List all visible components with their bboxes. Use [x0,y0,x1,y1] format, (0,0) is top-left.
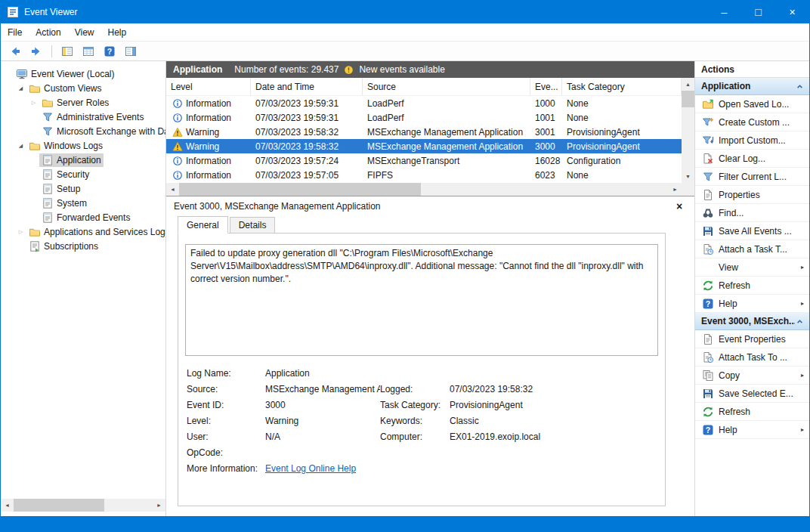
subscriptions-icon [29,240,41,252]
action-item-refresh[interactable]: Refresh [695,403,809,421]
tree-item-windows-logs[interactable]: ◢Windows Logs [1,138,165,153]
event-fields: Log Name:ApplicationSource:MSExchange Ma… [185,368,658,479]
action-item-properties[interactable]: Properties [695,186,809,204]
tree-item-setup[interactable]: Setup [1,181,165,196]
action-item-filter-current-l[interactable]: Filter Current L... [695,168,809,186]
column-header-task-category[interactable]: Task Category [562,78,682,95]
menu-view[interactable]: View [68,23,101,41]
events-vertical-scrollbar[interactable]: ▲ ▼ [682,78,694,183]
forward-button[interactable] [26,43,46,60]
tree-collapsed-chevron-icon[interactable]: ▷ [28,100,39,106]
actions-title: Actions [695,61,809,78]
scroll-up-button[interactable]: ▲ [682,78,694,91]
event-row-3000[interactable]: Warning07/03/2023 19:58:32MSExchange Man… [166,139,682,153]
action-item-open-saved-lo[interactable]: Open Saved Lo... [695,95,809,113]
event-row-6023[interactable]: Information07/03/2023 19:57:05FIPFS6023N… [166,168,682,182]
tree-item-system[interactable]: System [1,196,165,210]
tree-item-microsoft-exchange-with-da[interactable]: Microsoft Exchange with Da [1,124,165,138]
maximize-button[interactable]: □ [741,1,775,23]
action-item-attach-a-task-t[interactable]: Attach a Task T... [695,240,809,258]
action-item-help[interactable]: ?Help▸ [695,421,809,439]
tree-item-security[interactable]: Security [1,167,165,181]
tree-item-forwarded-events[interactable]: Forwarded Events [1,210,165,224]
tree-item-administrative-events[interactable]: Administrative Events [1,110,165,124]
event-row-1001[interactable]: Information07/03/2023 19:59:31LoadPerf10… [166,110,682,125]
tree-item-server-roles[interactable]: ▷Server Roles [1,95,165,110]
action-item-refresh[interactable]: Refresh [695,277,809,295]
action-item-find[interactable]: Find... [695,204,809,222]
action-item-clear-log[interactable]: Clear Log... [695,150,809,168]
close-button[interactable]: × [775,1,809,23]
tab-general[interactable]: General [178,216,228,234]
column-header-eve[interactable]: Eve... [530,78,562,95]
action-item-view[interactable]: View▸ [695,258,809,277]
tree-expanded-chevron-icon[interactable]: ◢ [15,143,26,149]
tree-expanded-chevron-icon[interactable]: ◢ [15,85,26,91]
show-action-pane-button[interactable] [121,43,141,60]
scroll-right-button[interactable]: ► [153,499,165,512]
events-horizontal-scrollbar[interactable]: ◄ ► [166,183,682,196]
scroll-right-button[interactable]: ► [669,183,682,196]
scroll-left-button[interactable]: ◄ [1,499,14,512]
tree-item-label: System [57,198,87,209]
event-row-1000[interactable]: Information07/03/2023 19:59:31LoadPerf10… [166,96,682,110]
export-list-button[interactable] [79,43,98,60]
event-row-3001[interactable]: Warning07/03/2023 19:58:32MSExchange Man… [166,125,682,139]
action-item-save-selected-e[interactable]: Save Selected E... [695,385,809,403]
action-item-import-custom[interactable]: Import Custom... [695,131,809,150]
menu-action[interactable]: Action [29,23,67,41]
action-item-event-properties[interactable]: Event Properties [695,330,809,348]
scroll-thumb[interactable] [14,499,104,512]
action-item-help[interactable]: ?Help▸ [695,295,809,313]
scroll-left-button[interactable]: ◄ [166,183,179,196]
field-task-category-value: ProvisioningAgent [450,400,658,416]
menu-file[interactable]: File [1,23,29,41]
tab-details[interactable]: Details [230,217,276,234]
tree-item-label: Application [57,155,101,165]
tree-collapsed-chevron-icon[interactable]: ▷ [15,229,26,235]
tree-item-application[interactable]: Application [1,153,165,167]
action-group-header-event-3000-msexch[interactable]: Event 3000, MSExch... [695,313,809,330]
log-icon [42,212,54,224]
column-header-date-and-time[interactable]: Date and Time [251,78,363,95]
minimize-button[interactable]: – [707,1,741,23]
event-log-online-help-link[interactable]: Event Log Online Help [265,463,356,474]
scroll-track[interactable] [179,183,669,196]
scroll-thumb[interactable] [682,91,694,107]
chevron-up-icon[interactable] [795,317,805,326]
find-icon [702,207,714,219]
close-icon[interactable]: × [672,200,687,212]
back-button[interactable] [5,43,25,60]
tree-item-custom-views[interactable]: ◢Custom Views [1,81,165,95]
submenu-arrow-icon: ▸ [801,372,804,379]
scroll-track[interactable] [682,91,694,170]
menu-help[interactable]: Help [101,23,134,41]
action-item-create-custom[interactable]: Create Custom ... [695,113,809,131]
tree-item-applications-and-services-logs[interactable]: ▷Applications and Services Logs [1,224,165,239]
scroll-down-button[interactable]: ▼ [682,170,694,183]
event-source: LoadPerf [363,98,530,109]
show-console-tree-button[interactable] [57,43,77,60]
tree-item-subscriptions[interactable]: Subscriptions [1,239,165,253]
scroll-thumb[interactable] [179,183,421,196]
tree-horizontal-scrollbar[interactable]: ◄ ► [1,499,165,512]
field-log-name-label: Log Name: [187,368,265,384]
action-item-attach-task-to[interactable]: Attach Task To ... [695,348,809,367]
scroll-track[interactable] [14,499,153,512]
action-item-save-all-events[interactable]: Save All Events ... [695,222,809,240]
help-button[interactable]: ? [100,43,119,60]
list-title: Application [173,64,222,75]
tree-item-inner: Administrative Events [39,110,146,124]
event-row-16028[interactable]: Information07/03/2023 19:57:24MSExchange… [166,153,682,168]
action-item-copy[interactable]: Copy▸ [695,367,809,385]
action-group-header-application[interactable]: Application [695,78,809,95]
submenu-arrow-icon: ▸ [801,300,804,307]
column-header-source[interactable]: Source [363,78,530,95]
info-icon [172,113,183,123]
tree-item-event-viewer-local[interactable]: Event Viewer (Local) [1,66,165,81]
info-icon [172,156,183,166]
chevron-up-icon[interactable] [795,82,805,91]
log-icon [42,183,54,195]
column-header-level[interactable]: Level [166,78,251,95]
field-keywords-value: Classic [450,416,658,431]
